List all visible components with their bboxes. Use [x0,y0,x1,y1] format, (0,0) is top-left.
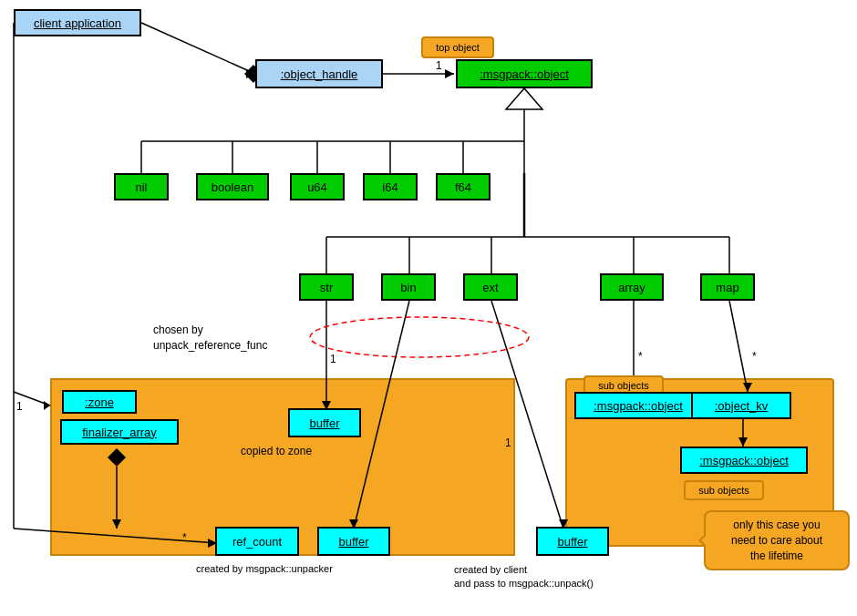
svg-marker-10 [506,88,542,109]
ref-count-box: ref_count [215,527,299,556]
msgpack-object-top-box: :msgpack::object [456,59,593,88]
i64-label: i64 [382,180,398,194]
object-kv-label: :object_kv [715,399,769,413]
msgpack-object-sub2-label: :msgpack::object [699,454,789,467]
speech-bubble: only this case you need to care about th… [704,510,850,570]
nil-label: nil [135,180,147,194]
msgpack-object-top-label: :msgpack::object [480,67,569,81]
map-box: map [700,273,755,301]
buffer-ref-box: buffer [317,527,390,556]
boolean-label: boolean [212,180,253,194]
nil-box: nil [114,173,169,200]
svg-line-4 [141,23,255,74]
chosen-by-label: chosen by unpack_reference_func [153,323,267,354]
copied-to-zone-label: copied to zone [241,445,312,457]
str-label: str [320,281,333,294]
zone-label: :zone [85,395,114,409]
object-kv-box: :object_kv [691,392,791,419]
bin-label: bin [400,281,416,294]
svg-marker-30 [44,401,50,410]
svg-text:1: 1 [436,59,442,72]
top-object-label: top object [421,36,494,58]
zone-box: :zone [62,390,137,414]
svg-text:*: * [638,350,643,363]
top-object-text: top object [436,42,480,53]
msgpack-object-sub-label: :msgpack::object [594,399,683,413]
buffer-main-box: buffer [288,408,361,437]
bin-box: bin [381,273,436,301]
svg-point-34 [310,317,529,357]
diagram: 1 1 1 [0,0,857,616]
f64-box: f64 [436,173,490,200]
finalizer-array-box: finalizer_array [60,419,179,445]
client-application-label: client application [34,16,121,30]
str-box: str [299,273,354,301]
ext-label: ext [482,281,498,294]
svg-text:1: 1 [16,400,23,413]
buffer-client-label: buffer [557,535,587,549]
buffer-ref-label: buffer [338,535,368,549]
u64-box: u64 [290,173,345,200]
array-label: array [618,281,645,294]
created-by-client-label: created by client and pass to msgpack::u… [454,563,594,591]
msgpack-object-sub2-box: :msgpack::object [680,447,808,474]
u64-label: u64 [307,180,327,194]
object-handle-label: :object_handle [281,67,358,81]
array-box: array [600,273,664,301]
object-handle-box: :object_handle [255,59,383,88]
map-label: map [716,281,738,294]
finalizer-array-label: finalizer_array [82,426,157,439]
i64-box: i64 [363,173,418,200]
buffer-client-box: buffer [536,527,609,556]
boolean-box: boolean [196,173,269,200]
created-by-msgpack-label: created by msgpack::unpacker [196,563,333,574]
ref-count-label: ref_count [232,535,282,549]
svg-text:*: * [752,350,757,363]
sub-objects-label-2: sub objects [684,480,764,500]
svg-marker-5 [246,69,255,78]
speech-bubble-text: only this case you need to care about th… [731,518,822,562]
svg-text:1: 1 [330,353,336,365]
svg-marker-8 [445,69,454,78]
msgpack-object-sub-box: :msgpack::object [574,392,702,419]
buffer-main-label: buffer [309,416,339,430]
ext-box: ext [463,273,518,301]
client-application-box: client application [14,9,141,36]
svg-line-29 [14,392,50,406]
f64-label: f64 [455,180,471,194]
